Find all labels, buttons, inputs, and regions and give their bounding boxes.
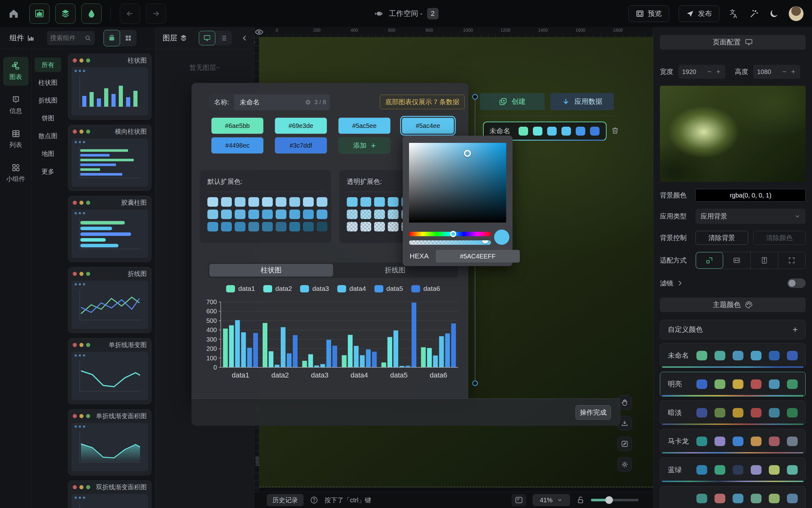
layers-tool-button[interactable] xyxy=(55,3,76,24)
theme-color-header[interactable]: 主题颜色 xyxy=(660,297,806,312)
color-chip-#69e3de[interactable]: #69e3de xyxy=(275,118,327,134)
extension-color-cell[interactable] xyxy=(235,210,246,219)
height-increment[interactable]: + xyxy=(790,68,797,76)
color-chip-#3c7ddf[interactable]: #3c7ddf xyxy=(275,137,327,154)
legend-item-data2[interactable]: data2 xyxy=(263,285,292,292)
extension-color-cell[interactable] xyxy=(262,197,273,207)
transparent-color-cell[interactable] xyxy=(360,222,371,231)
undo-button[interactable] xyxy=(120,3,140,24)
category-地图[interactable]: 地图 xyxy=(35,146,61,161)
extension-color-cell[interactable] xyxy=(262,222,273,231)
transparent-color-cell[interactable] xyxy=(347,197,357,207)
theme-row-马卡龙[interactable]: 马卡龙 xyxy=(660,429,806,454)
extension-color-cell[interactable] xyxy=(248,210,259,219)
legend-item-data5[interactable]: data5 xyxy=(374,285,403,292)
theme-row-蓝绿[interactable]: 蓝绿 xyxy=(660,458,806,482)
clear-background-button[interactable]: 清除背景 xyxy=(695,231,748,245)
extension-color-cell[interactable] xyxy=(262,210,273,219)
extension-color-cell[interactable] xyxy=(221,222,232,231)
preview-button[interactable]: 预览 xyxy=(629,5,669,22)
add-color-button[interactable]: 添加 + xyxy=(338,137,391,154)
width-decrement[interactable]: − xyxy=(706,68,713,76)
rail-item-图表[interactable]: 图表 xyxy=(3,57,29,86)
component-card-柱状图[interactable]: 柱状图 xyxy=(68,54,152,120)
transparent-color-cell[interactable] xyxy=(388,210,398,219)
alpha-slider[interactable] xyxy=(409,240,491,245)
clear-color-button[interactable]: 清除颜色 xyxy=(753,231,806,245)
zoom-slider[interactable] xyxy=(591,499,639,501)
color-chip-#5ac5ee[interactable]: #5ac5ee xyxy=(338,118,391,134)
width-stepper[interactable]: 1920 − + xyxy=(678,65,725,79)
transparent-color-cell[interactable] xyxy=(388,222,398,231)
magic-wand-icon[interactable] xyxy=(749,9,759,19)
publish-button[interactable]: 发布 xyxy=(679,5,719,22)
redo-button[interactable] xyxy=(146,3,166,24)
category-柱状图[interactable]: 柱状图 xyxy=(35,75,61,90)
visibility-eye-icon[interactable] xyxy=(255,28,264,37)
fit-height-button[interactable] xyxy=(751,252,778,268)
fit-full-button[interactable] xyxy=(778,252,806,268)
extension-color-cell[interactable] xyxy=(289,197,300,207)
legend-item-data3[interactable]: data3 xyxy=(300,285,329,292)
extension-color-cell[interactable] xyxy=(207,222,218,231)
extension-color-cell[interactable] xyxy=(275,222,287,231)
extension-color-cell[interactable] xyxy=(303,197,314,207)
extension-color-cell[interactable] xyxy=(235,197,246,207)
extension-color-cell[interactable] xyxy=(289,210,300,219)
zoom-level-select[interactable]: 41% xyxy=(532,494,570,506)
hue-slider[interactable] xyxy=(409,232,491,236)
width-increment[interactable]: + xyxy=(715,68,722,76)
rail-item-小组件[interactable]: 小组件 xyxy=(3,159,29,187)
component-card-单折线渐变图[interactable]: 单折线渐变图 xyxy=(68,338,152,404)
component-card-横向柱状图[interactable]: 横向柱状图 xyxy=(68,125,152,191)
category-折线图[interactable]: 折线图 xyxy=(35,93,61,108)
color-chip-#4498ec[interactable]: #4498ec xyxy=(211,137,264,154)
category-所有[interactable]: 所有 xyxy=(35,57,61,72)
category-饼图[interactable]: 饼图 xyxy=(35,111,61,125)
rail-item-列表[interactable]: 列表 xyxy=(3,125,29,154)
extension-color-cell[interactable] xyxy=(207,197,218,207)
zoom-slider-knob[interactable] xyxy=(605,496,613,504)
extension-color-cell[interactable] xyxy=(316,210,328,219)
transparent-color-cell[interactable] xyxy=(374,197,385,207)
extension-color-cell[interactable] xyxy=(275,197,287,207)
extension-color-cell[interactable] xyxy=(303,222,314,231)
view-toggle-grid[interactable] xyxy=(120,30,136,46)
edit-button[interactable] xyxy=(617,436,632,451)
extension-color-cell[interactable] xyxy=(248,197,259,207)
hue-handle[interactable] xyxy=(450,231,456,237)
page-config-header[interactable]: 页面配置 xyxy=(660,35,806,49)
category-散点图[interactable]: 散点图 xyxy=(35,129,61,143)
language-icon[interactable]: 文A xyxy=(729,8,739,19)
component-card-单折线渐变面积图[interactable]: 单折线渐变面积图 xyxy=(68,409,152,475)
color-chip-#6ae5bb[interactable]: #6ae5bb xyxy=(211,118,264,134)
extension-color-cell[interactable] xyxy=(207,210,218,219)
chart-tool-button[interactable] xyxy=(29,3,49,24)
prism-tool-button[interactable] xyxy=(81,3,101,24)
height-value[interactable]: 1080 xyxy=(757,68,779,76)
settings-button[interactable] xyxy=(617,457,632,472)
theme-row-partial[interactable] xyxy=(660,486,806,508)
extension-color-cell[interactable] xyxy=(221,197,232,207)
hexa-input[interactable] xyxy=(436,250,520,263)
transparent-color-cell[interactable] xyxy=(347,222,357,231)
fit-scale-button[interactable] xyxy=(696,252,723,268)
search-input[interactable] xyxy=(50,34,83,42)
component-card-双折线渐变面积图[interactable]: 双折线渐变面积图 xyxy=(68,480,152,508)
transparent-color-cell[interactable] xyxy=(374,210,385,219)
legend-item-data1[interactable]: data1 xyxy=(226,285,255,292)
chevron-right-icon[interactable] xyxy=(676,280,683,287)
transparent-color-cell[interactable] xyxy=(360,210,371,219)
history-button[interactable]: 历史记录 xyxy=(267,494,304,506)
height-decrement[interactable]: − xyxy=(781,68,787,76)
name-field[interactable]: 3 / 8 xyxy=(235,94,330,110)
rail-item-信息[interactable]: A信息 xyxy=(3,91,29,120)
app-type-select[interactable]: 应用背景 xyxy=(695,209,806,224)
layers-view-list[interactable] xyxy=(215,31,232,45)
theme-row-明亮[interactable]: 明亮 xyxy=(660,372,806,396)
create-button[interactable]: 创建 xyxy=(480,93,545,110)
name-input[interactable] xyxy=(240,98,302,106)
background-image-preview[interactable] xyxy=(660,86,806,182)
home-icon[interactable] xyxy=(8,8,19,19)
bg-color-field[interactable]: rgba(0, 0, 0, 1) xyxy=(695,189,806,202)
